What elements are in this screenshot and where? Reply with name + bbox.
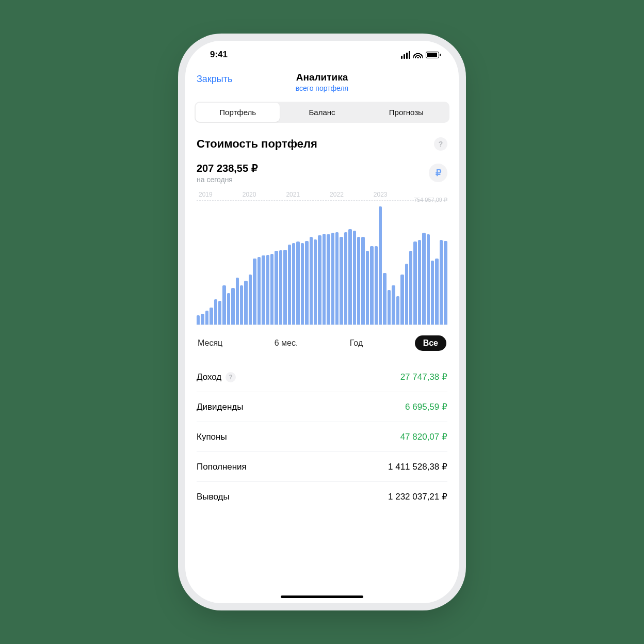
section-header: Стоимость портфеля ?: [185, 123, 459, 151]
chart-bar: [197, 315, 200, 325]
chart-bar: [396, 296, 399, 325]
row-income[interactable]: Доход ? 27 747,38 ₽: [197, 362, 447, 392]
chart-bar: [405, 264, 408, 325]
chart-bar: [262, 255, 265, 325]
section-title-text: Стоимость портфеля: [197, 137, 317, 151]
chart-bar: [344, 232, 347, 325]
portfolio-amount-sub: на сегодня: [197, 175, 258, 184]
chart-bar: [444, 241, 447, 325]
status-bar: 9:41: [185, 41, 459, 69]
chart-bar: [222, 285, 226, 325]
page-subtitle[interactable]: всего портфеля: [296, 84, 348, 92]
tab-portfolio[interactable]: Портфель: [196, 103, 280, 122]
row-withdrawals-value: 1 232 037,21 ₽: [388, 491, 447, 502]
chart-bar: [288, 245, 291, 325]
row-dividends-value: 6 695,59 ₽: [405, 401, 447, 412]
chart-bar: [266, 255, 269, 325]
home-indicator[interactable]: [281, 595, 363, 598]
chart-year-label: 2023: [374, 191, 388, 198]
chart-year-label: 2022: [330, 191, 344, 198]
chart-bar: [253, 259, 256, 325]
row-deposits-label: Пополнения: [197, 462, 247, 472]
chart-bar: [279, 250, 282, 325]
phone-frame: 9:41 Закрыть Аналитика всего портфеля По…: [185, 41, 459, 603]
chart-bar: [440, 240, 443, 325]
period-year[interactable]: Год: [350, 339, 363, 348]
chart-bar: [340, 237, 343, 325]
chart-bar: [335, 232, 339, 325]
row-withdrawals[interactable]: Выводы 1 232 037,21 ₽: [197, 482, 447, 511]
chart-bar: [249, 275, 252, 325]
status-time: 9:41: [210, 50, 228, 60]
row-coupons-label: Купоны: [197, 432, 227, 442]
row-income-label: Доход: [197, 372, 221, 382]
chart-bar: [301, 243, 304, 325]
chart-bar: [201, 314, 204, 325]
close-button[interactable]: Закрыть: [197, 74, 232, 85]
chart-bar: [231, 288, 234, 325]
chart-bar: [283, 250, 286, 325]
chart-bar: [218, 301, 221, 325]
chart-bar: [400, 275, 404, 325]
chart-bar: [366, 251, 369, 325]
chart-bar: [370, 246, 373, 325]
status-icons: [401, 51, 439, 59]
chart-bar: [375, 246, 378, 325]
row-deposits-value: 1 411 528,38 ₽: [388, 461, 447, 472]
chart-bar: [227, 293, 230, 325]
portfolio-chart[interactable]: [197, 206, 447, 325]
period-selector: Месяц 6 мес. Год Все: [185, 325, 459, 355]
period-month[interactable]: Месяц: [198, 339, 222, 348]
nav-bar: Закрыть Аналитика всего портфеля: [185, 69, 459, 98]
tab-forecasts[interactable]: Прогнозы: [364, 103, 448, 122]
chart-bar: [331, 233, 334, 325]
row-dividends[interactable]: Дивиденды 6 695,59 ₽: [197, 392, 447, 422]
chart-bar: [388, 290, 391, 325]
chart-bar: [392, 285, 395, 325]
chart-bar: [310, 237, 313, 325]
chart-bar: [327, 234, 330, 325]
chart-bar: [431, 261, 434, 325]
row-withdrawals-label: Выводы: [197, 492, 230, 502]
row-deposits[interactable]: Пополнения 1 411 528,38 ₽: [197, 452, 447, 482]
chart-year-label: 2020: [243, 191, 256, 198]
chart-bar: [353, 231, 356, 325]
portfolio-amount: 207 238,55 ₽: [197, 162, 258, 174]
row-income-value: 27 747,38 ₽: [400, 372, 447, 382]
chart-bar: [275, 251, 278, 325]
currency-toggle[interactable]: ₽: [429, 164, 447, 182]
portfolio-value-row: 207 238,55 ₽ на сегодня ₽: [185, 151, 459, 186]
chart-bar: [409, 251, 412, 325]
battery-icon: [426, 52, 439, 58]
segment-control: Портфель Баланс Прогнозы: [195, 102, 449, 123]
chart-bar: [305, 241, 308, 325]
period-all[interactable]: Все: [415, 335, 446, 351]
help-icon[interactable]: ?: [434, 137, 447, 151]
chart-bar: [348, 229, 351, 325]
chart-bar: [435, 259, 438, 325]
chart-gridline: 754 057,09 ₽: [197, 200, 447, 205]
cellular-icon: [401, 51, 410, 59]
chart-bar: [244, 281, 247, 325]
chart-bar: [236, 278, 239, 325]
chart-year-label: 2021: [286, 191, 300, 198]
wifi-icon: [413, 51, 423, 58]
period-six-months[interactable]: 6 мес.: [275, 339, 298, 348]
chart-bar: [318, 235, 321, 325]
row-coupons-value: 47 820,07 ₽: [400, 431, 447, 442]
page-title: Аналитика: [296, 72, 348, 83]
income-help-icon[interactable]: ?: [226, 372, 236, 382]
chart-bar: [270, 254, 273, 325]
chart-bar: [361, 237, 364, 325]
chart-bar: [240, 285, 243, 325]
chart-year-label: 2019: [199, 191, 213, 198]
chart-bar: [413, 242, 416, 325]
row-coupons[interactable]: Купоны 47 820,07 ₽: [197, 422, 447, 452]
chart-bar: [205, 311, 208, 325]
chart-bar: [210, 308, 213, 325]
chart-bar: [292, 243, 295, 325]
chart-area: 20192020202120222023 754 057,09 ₽: [185, 186, 459, 325]
stats-list: Доход ? 27 747,38 ₽ Дивиденды 6 695,59 ₽…: [185, 355, 459, 511]
chart-max-label: 754 057,09 ₽: [414, 197, 447, 203]
tab-balance[interactable]: Баланс: [280, 103, 364, 122]
